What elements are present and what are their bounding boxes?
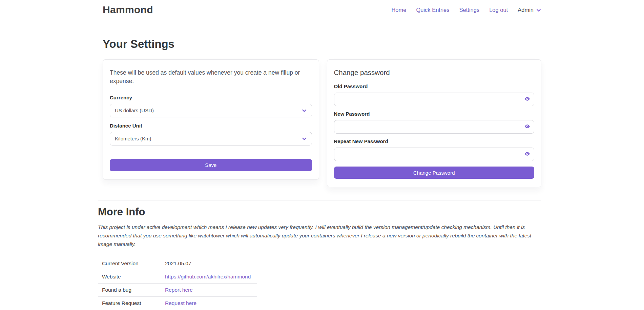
currency-label: Currency [110,95,312,100]
more-info-note: This project is under active development… [98,223,541,248]
toggle-new-password-visibility-button[interactable] [524,123,530,130]
nav-item-quick-entries[interactable]: Quick Entries [416,7,449,13]
chevron-down-icon [302,136,307,141]
change-password-button[interactable]: Change Password [334,167,535,179]
feature-request-link[interactable]: Request here [165,300,196,306]
website-link[interactable]: https://github.com/akhilrex/hammond [165,274,251,279]
settings-main: Your Settings These will be used as defa… [103,37,541,310]
change-password-card: Change password Old Password New Passwor… [327,59,542,187]
table-row-feature-request: Feature Request Request here [98,297,257,310]
admin-menu[interactable]: Admin [518,7,541,13]
nav-item-logout[interactable]: Log out [489,7,508,13]
old-password-input[interactable] [334,93,535,106]
table-row-current-version: Current Version 2021.05.07 [98,257,257,270]
info-label: Current Version [98,257,161,270]
eye-icon [524,96,530,103]
more-info-title: More Info [98,206,541,218]
info-table: Current Version 2021.05.07 Website https… [98,257,257,310]
new-password-input[interactable] [334,120,535,134]
info-label: Found a bug [98,284,161,297]
default-values-description: These will be used as default values whe… [110,69,312,86]
report-bug-link[interactable]: Report here [165,287,193,293]
settings-cards: These will be used as default values whe… [103,59,541,187]
old-password-label: Old Password [334,83,535,89]
nav-item-home[interactable]: Home [391,7,406,13]
table-row-found-a-bug: Found a bug Report here [98,284,257,297]
current-version-value: 2021.05.07 [161,257,257,270]
new-password-field: New Password [334,111,535,134]
eye-icon [524,123,530,130]
distance-unit-field: Distance Unit Kilometers (Km) [110,123,312,146]
change-password-title: Change password [334,69,535,77]
info-label: Feature Request [98,297,161,310]
toggle-repeat-new-password-visibility-button[interactable] [524,151,530,158]
admin-menu-label: Admin [518,7,534,13]
info-label: Website [98,270,161,284]
default-values-card: These will be used as default values whe… [103,59,319,180]
section-divider [98,200,541,200]
new-password-label: New Password [334,111,535,117]
eye-icon [524,151,530,158]
old-password-field: Old Password [334,83,535,106]
chevron-down-icon [302,108,307,113]
distance-unit-select[interactable]: Kilometers (Km) [110,132,312,146]
currency-selected-value: US dollars (USD) [115,108,154,113]
main-nav: Home Quick Entries Settings Log out Admi… [391,7,541,13]
toggle-old-password-visibility-button[interactable] [524,96,530,103]
repeat-new-password-field: Repeat New Password [334,138,535,161]
distance-unit-label: Distance Unit [110,123,312,129]
table-row-website: Website https://github.com/akhilrex/hamm… [98,270,257,284]
app-logo[interactable]: Hammond [103,4,153,16]
currency-select[interactable]: US dollars (USD) [110,104,312,117]
more-info-section: More Info This project is under active d… [98,200,541,310]
repeat-new-password-input[interactable] [334,148,535,161]
distance-unit-selected-value: Kilometers (Km) [115,136,151,141]
nav-item-settings[interactable]: Settings [459,7,480,13]
repeat-new-password-label: Repeat New Password [334,138,535,144]
app-header: Hammond Home Quick Entries Settings Log … [0,0,644,16]
page-title: Your Settings [103,37,541,51]
save-button[interactable]: Save [110,159,312,171]
currency-field: Currency US dollars (USD) [110,95,312,117]
chevron-down-icon [536,7,541,13]
